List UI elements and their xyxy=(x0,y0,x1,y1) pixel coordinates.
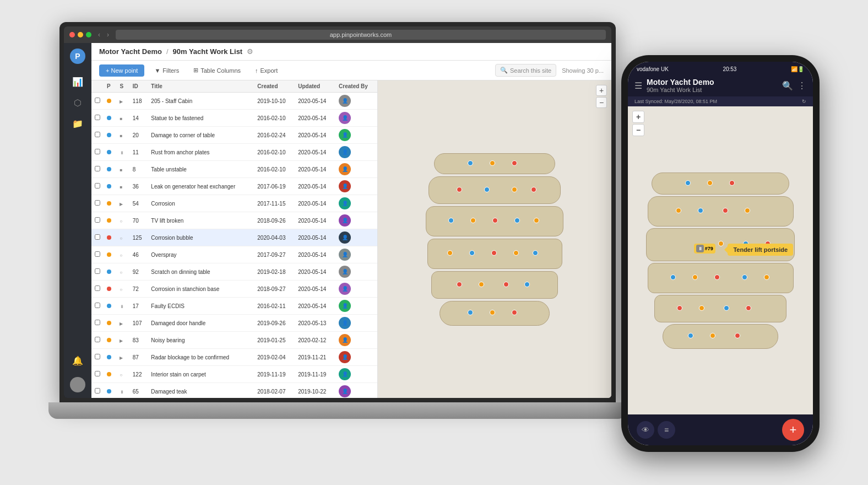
maximize-dot[interactable] xyxy=(86,32,91,37)
sidebar-icon-layers[interactable]: ⬡ xyxy=(69,94,86,111)
table-row[interactable]: ○ 46 Overspray 2017-09-27 2020-05-14 👤 xyxy=(91,246,377,263)
row-checkbox[interactable] xyxy=(91,366,104,383)
row-checkbox[interactable] xyxy=(91,127,104,144)
row-id: 36 xyxy=(129,178,148,195)
row-created: 2020-04-03 xyxy=(254,229,295,246)
phone-zoom-out[interactable]: − xyxy=(632,124,644,136)
col-created-by[interactable]: Created By xyxy=(335,80,377,93)
row-created: 2018-09-27 xyxy=(254,281,295,298)
row-checkbox[interactable] xyxy=(91,263,104,281)
row-checkbox[interactable] xyxy=(91,246,104,263)
table-row[interactable]: ○ 125 Corrosion bubble 2020-04-03 2020-0… xyxy=(91,229,377,246)
new-point-button[interactable]: + New point xyxy=(99,64,144,77)
sync-icon[interactable]: ↻ xyxy=(802,99,806,104)
row-title: Radar blockage to be confirmed xyxy=(148,349,254,366)
row-checkbox[interactable] xyxy=(91,332,104,349)
minimize-dot[interactable] xyxy=(78,32,83,37)
row-updated: 2020-05-14 xyxy=(295,127,335,144)
row-checkbox[interactable] xyxy=(91,195,104,212)
laptop-screen: ‹ › app.pinpointworks.com P 📊 ⬡ 📁 🔔 xyxy=(64,26,611,398)
col-status[interactable]: S xyxy=(116,80,129,93)
table-row[interactable]: ■ 20 Damage to corner of table 2016-02-2… xyxy=(91,127,377,144)
table-row[interactable]: ▶ 107 Damaged door handle 2019-09-26 202… xyxy=(91,315,377,332)
address-bar[interactable]: app.pinpointworks.com xyxy=(116,30,606,40)
table-row[interactable]: ⏸ 17 Faulty ECDIS 2016-02-11 2020-05-14 … xyxy=(91,298,377,315)
table-row[interactable]: ▶ 83 Noisy bearing 2019-01-25 2020-02-12… xyxy=(91,332,377,349)
search-box[interactable]: 🔍 Search this site xyxy=(495,64,556,77)
sidebar-logo[interactable]: P xyxy=(70,48,85,64)
row-status: ▶ xyxy=(116,93,129,110)
row-checkbox[interactable] xyxy=(91,144,104,161)
table-row[interactable]: ○ 92 Scratch on dinning table 2019-02-18… xyxy=(91,263,377,281)
col-title[interactable]: Title xyxy=(148,80,254,93)
row-priority xyxy=(104,93,116,110)
row-checkbox[interactable] xyxy=(91,212,104,229)
sidebar-icon-chart[interactable]: 📊 xyxy=(69,73,86,90)
col-id[interactable]: ID xyxy=(129,80,148,93)
row-checkbox[interactable] xyxy=(91,298,104,315)
table-row[interactable]: ▶ 87 Radar blockage to be confirmed 2019… xyxy=(91,349,377,366)
table-row[interactable]: ▶ 118 205 - Staff Cabin 2019-10-10 2020-… xyxy=(91,93,377,110)
table-row[interactable]: ■ 8 Table unstable 2016-02-10 2020-05-14… xyxy=(91,161,377,178)
filters-button[interactable]: ▼ Filters xyxy=(150,64,183,77)
map-dot xyxy=(479,282,484,287)
row-checkbox[interactable] xyxy=(91,281,104,298)
phone-marker-label: ⏸ #79 xyxy=(694,244,715,254)
avatar[interactable] xyxy=(70,377,85,392)
col-updated[interactable]: Updated xyxy=(295,80,335,93)
table-row[interactable]: ■ 14 Statue to be fastened 2016-02-10 20… xyxy=(91,110,377,127)
battery-icons: 📶🔋 xyxy=(791,66,804,72)
back-button[interactable]: ‹ xyxy=(96,31,102,39)
row-checkbox[interactable] xyxy=(91,349,104,366)
phone-more-icon[interactable]: ⋮ xyxy=(798,80,806,91)
sidebar: P 📊 ⬡ 📁 🔔 xyxy=(64,43,91,398)
row-priority xyxy=(104,110,116,127)
phone-list-view-button[interactable]: ≡ xyxy=(658,421,675,439)
table-row[interactable]: ○ 122 Interior stain on carpet 2019-11-1… xyxy=(91,366,377,383)
map-dot xyxy=(742,274,747,280)
row-title: Rust from anchor plates xyxy=(148,144,254,161)
col-priority[interactable]: P xyxy=(104,80,116,93)
row-checkbox[interactable] xyxy=(91,383,104,398)
phone-title-sub: 90m Yacht Work List xyxy=(647,87,778,93)
map-dot xyxy=(676,208,681,213)
zoom-in-button[interactable]: + xyxy=(596,85,607,96)
phone-zoom-in[interactable]: + xyxy=(632,111,644,123)
row-checkbox[interactable] xyxy=(91,315,104,332)
export-button[interactable]: ↑ Export xyxy=(251,64,282,77)
row-avatar: 👤 xyxy=(335,383,377,398)
settings-icon[interactable]: ⚙ xyxy=(247,47,253,56)
table-columns-button[interactable]: ⊞ Table Columns xyxy=(189,64,245,77)
forward-button[interactable]: › xyxy=(105,31,111,39)
map-dot xyxy=(513,250,519,256)
map-dot xyxy=(491,250,497,256)
table-row[interactable]: ▶ 54 Corrosion 2017-11-15 2020-05-14 👤 xyxy=(91,195,377,212)
table-row[interactable]: ○ 72 Corrosion in stanchion base 2018-09… xyxy=(91,281,377,298)
row-id: 83 xyxy=(129,332,148,349)
table-row[interactable]: ⏸ 65 Damaged teak 2018-02-07 2019-10-22 … xyxy=(91,383,377,398)
menu-icon[interactable]: ☰ xyxy=(634,80,642,91)
phone-search-icon[interactable]: 🔍 xyxy=(782,80,793,91)
row-checkbox[interactable] xyxy=(91,178,104,195)
close-dot[interactable] xyxy=(69,32,75,37)
phone-fab-button[interactable]: + xyxy=(782,419,804,441)
row-checkbox[interactable] xyxy=(91,110,104,127)
table-row[interactable]: ○ 70 TV lift broken 2018-09-26 2020-05-1… xyxy=(91,212,377,229)
sidebar-icon-bell[interactable]: 🔔 xyxy=(69,352,86,369)
table-row[interactable]: ⏸ 11 Rust from anchor plates 2016-02-10 … xyxy=(91,144,377,161)
sidebar-icon-folder[interactable]: 📁 xyxy=(69,115,86,132)
row-checkbox[interactable] xyxy=(91,229,104,246)
row-avatar: 👤 xyxy=(335,127,377,144)
row-checkbox[interactable] xyxy=(91,161,104,178)
table-row[interactable]: ■ 36 Leak on generator heat exchanger 20… xyxy=(91,178,377,195)
row-updated: 2019-11-19 xyxy=(295,366,335,383)
zoom-out-button[interactable]: − xyxy=(596,97,607,108)
col-created[interactable]: Created xyxy=(254,80,295,93)
phone-floor-4 xyxy=(648,263,794,293)
phone-map-view-button[interactable]: 👁 xyxy=(637,421,654,439)
row-checkbox[interactable] xyxy=(91,93,104,110)
row-created: 2017-09-27 xyxy=(254,246,295,263)
row-title: Damaged door handle xyxy=(148,315,254,332)
sync-text: Last Synced: May/28/2020, 08:51 PM xyxy=(634,99,717,104)
map-dot xyxy=(447,250,453,256)
